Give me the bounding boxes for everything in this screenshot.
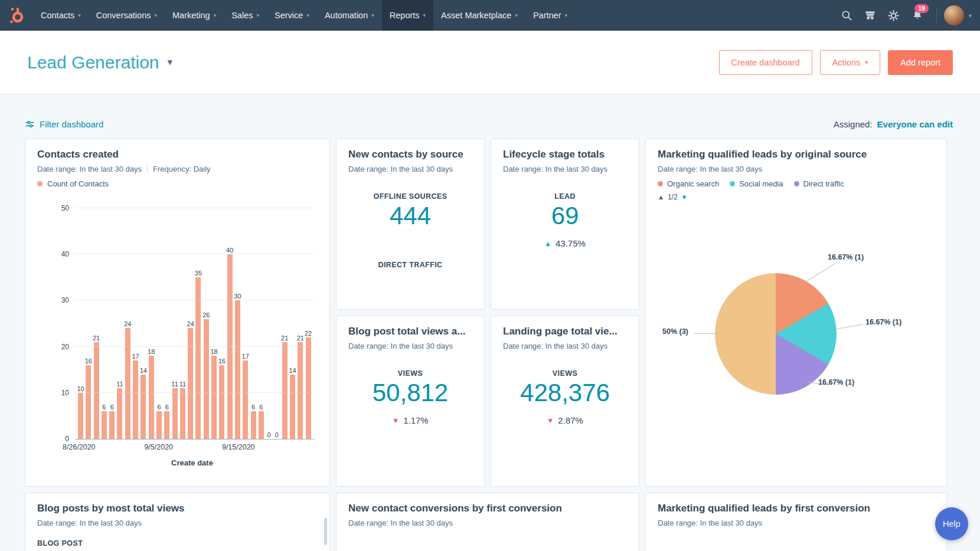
card-mql-by-original-source: Marketing qualified leads by original so… <box>645 139 947 487</box>
bar[interactable]: 21 <box>281 208 289 439</box>
legend-item-direct-traffic[interactable]: Direct traffic <box>794 179 844 188</box>
bar-value-label: 18 <box>148 348 155 355</box>
report-title[interactable]: Lifecycle stage totals <box>503 149 627 160</box>
bar[interactable]: 6 <box>100 208 108 439</box>
bar-rect <box>133 360 138 439</box>
actions-button[interactable]: Actions ▾ <box>820 50 881 75</box>
bar[interactable]: 30 <box>234 208 241 439</box>
legend-page-up-icon[interactable]: ▲ <box>658 193 664 201</box>
report-title[interactable]: Marketing qualified leads by original so… <box>658 149 935 160</box>
bar[interactable]: 6 <box>257 208 265 439</box>
bar-chart-legend[interactable]: Count of Contacts <box>37 179 318 188</box>
legend-item-social-media[interactable]: Social media <box>730 179 783 188</box>
trend-up-icon: ▲ <box>544 240 551 248</box>
hubspot-logo[interactable] <box>0 0 33 31</box>
bar[interactable]: 6 <box>155 208 163 439</box>
bar[interactable]: 11 <box>179 208 187 439</box>
marketplace-icon[interactable] <box>858 0 882 31</box>
nav-item-service[interactable]: Service▾ <box>267 0 317 31</box>
legend-dot <box>37 181 43 186</box>
pie-chart[interactable] <box>715 273 837 395</box>
legend-item-organic-search[interactable]: Organic search <box>658 179 719 188</box>
bar-chart-plot: Count of Contacts 1016216611241714186611… <box>75 208 314 440</box>
header-actions: Create dashboard Actions ▾ Add report <box>719 50 953 75</box>
nav-item-contacts[interactable]: Contacts▾ <box>33 0 89 31</box>
legend-pager: ▲ 1/2 ▼ <box>658 193 935 201</box>
bar[interactable]: 0 <box>265 208 273 439</box>
x-tick-label: 9/15/2020 <box>222 443 255 451</box>
metric-change: ▼ 2.87% <box>503 415 627 425</box>
scrollbar-thumb[interactable] <box>324 518 327 545</box>
report-meta: Date range: In the last 30 days <box>348 165 472 173</box>
chevron-down-icon: ▾ <box>515 12 518 18</box>
pie-legend: Organic searchSocial mediaDirect traffic <box>658 179 935 188</box>
bar-value-label: 11 <box>179 381 186 388</box>
nav-item-conversations[interactable]: Conversations▾ <box>89 0 165 31</box>
bar[interactable]: 21 <box>93 208 100 439</box>
report-title[interactable]: Contacts created <box>37 149 318 160</box>
bar[interactable]: 16 <box>218 208 226 439</box>
assigned-value-link[interactable]: Everyone can edit <box>877 119 953 129</box>
legend-page-down-icon[interactable]: ▼ <box>681 193 688 201</box>
nav-divider <box>936 8 937 23</box>
nav-item-automation[interactable]: Automation▾ <box>317 0 382 31</box>
help-button[interactable]: Help <box>935 507 968 540</box>
bar[interactable]: 11 <box>171 208 179 439</box>
report-title[interactable]: Blog post total views a... <box>348 326 472 337</box>
bar[interactable]: 16 <box>84 208 92 439</box>
nav-item-asset-marketplace[interactable]: Asset Marketplace▾ <box>433 0 525 31</box>
bar[interactable]: 18 <box>210 208 218 439</box>
bar-rect <box>180 388 185 439</box>
metric-label: VIEWS <box>503 369 627 378</box>
bar[interactable]: 11 <box>116 208 123 439</box>
report-meta: Date range: In the last 30 days <box>348 519 627 527</box>
bar[interactable]: 26 <box>202 208 210 439</box>
bar[interactable]: 22 <box>305 208 312 439</box>
nav-item-partner[interactable]: Partner▾ <box>525 0 575 31</box>
bar[interactable]: 14 <box>139 208 147 439</box>
bar[interactable]: 17 <box>132 208 139 439</box>
nav-item-reports[interactable]: Reports▾ <box>382 0 433 31</box>
bar[interactable]: 14 <box>289 208 296 439</box>
bar[interactable]: 24 <box>187 208 194 439</box>
notifications-bell-icon[interactable]: 19 <box>906 0 929 31</box>
dashboard-title-dropdown[interactable]: Lead Generation ▾ <box>27 53 172 73</box>
filter-dashboard-link[interactable]: Filter dashboard <box>25 119 103 129</box>
metric-change: ▼ 1.17% <box>348 415 472 425</box>
bar[interactable]: 10 <box>77 208 84 439</box>
page-title: Lead Generation <box>27 53 159 73</box>
bar-value-label: 14 <box>140 367 147 374</box>
nav-item-sales[interactable]: Sales▾ <box>224 0 267 31</box>
bar[interactable]: 18 <box>148 208 155 439</box>
bar[interactable]: 6 <box>163 208 171 439</box>
bar[interactable]: 17 <box>241 208 249 439</box>
report-title[interactable]: Blog posts by most total views <box>37 503 318 514</box>
bar[interactable]: 6 <box>108 208 116 439</box>
assigned-label: Assigned: <box>834 119 873 129</box>
report-title[interactable]: New contacts by source <box>348 149 472 160</box>
bar[interactable]: 24 <box>124 208 132 439</box>
search-icon[interactable] <box>835 0 858 31</box>
bar[interactable]: 35 <box>194 208 202 439</box>
add-report-button[interactable]: Add report <box>888 50 953 75</box>
report-title[interactable]: Marketing qualified leads by first conve… <box>658 503 935 514</box>
account-chevron-down-icon[interactable]: ▾ <box>969 12 972 19</box>
actions-chevron-down-icon: ▾ <box>865 59 868 65</box>
chevron-down-icon: ▾ <box>423 12 426 18</box>
avatar[interactable] <box>944 5 964 25</box>
settings-gear-icon[interactable] <box>882 0 906 31</box>
bar[interactable]: 6 <box>250 208 257 439</box>
dashboard-grid: Contacts created Date range: In the last… <box>0 139 980 551</box>
source-value: 444 <box>348 202 472 230</box>
create-dashboard-button[interactable]: Create dashboard <box>719 50 812 75</box>
report-title[interactable]: Landing page total vie... <box>503 326 627 337</box>
nav-item-marketing[interactable]: Marketing▾ <box>165 0 224 31</box>
bar[interactable]: 40 <box>226 208 234 439</box>
bar-value-label: 6 <box>259 404 263 411</box>
report-title[interactable]: New contact conversions by first convers… <box>348 503 627 514</box>
bar[interactable]: 21 <box>296 208 304 439</box>
bar-rect <box>243 360 248 439</box>
card-lifecycle-stage-totals: Lifecycle stage totals Date range: In th… <box>491 139 639 310</box>
x-tick-label: 9/5/2020 <box>144 443 173 451</box>
bar[interactable]: 0 <box>273 208 280 439</box>
